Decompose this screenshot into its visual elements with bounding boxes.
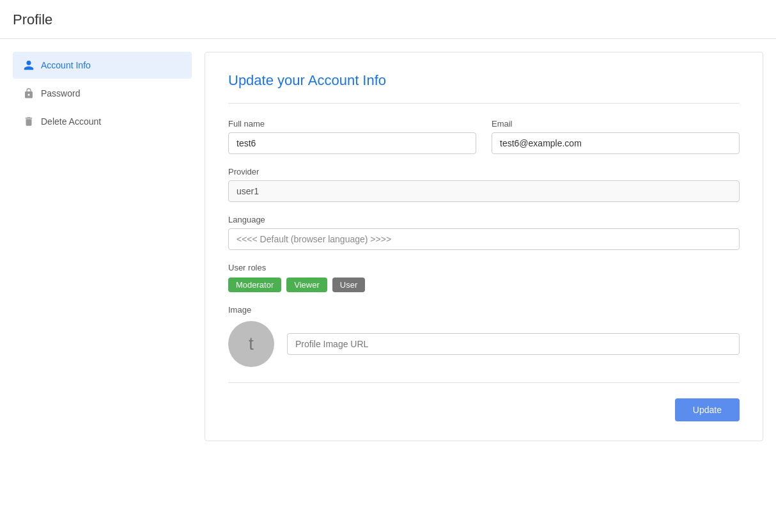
image-section: Image t [228, 305, 740, 383]
full-name-input[interactable] [228, 132, 476, 154]
full-name-group: Full name [228, 119, 476, 154]
full-name-label: Full name [228, 119, 476, 129]
content-area: Account Info Password Delete Accou [0, 39, 776, 454]
email-label: Email [492, 119, 740, 129]
user-roles-label: User roles [228, 263, 740, 272]
language-input[interactable] [228, 228, 740, 250]
language-group: Language [228, 215, 740, 250]
provider-input[interactable] [228, 180, 740, 202]
user-roles-section: User roles Moderator Viewer User [228, 263, 740, 292]
provider-row: Provider [228, 167, 740, 202]
main-panel: Update your Account Info Full name Email… [205, 52, 763, 441]
language-row: Language [228, 215, 740, 250]
person-icon [23, 59, 35, 71]
avatar-letter: t [249, 334, 254, 354]
language-label: Language [228, 215, 740, 224]
roles-badges: Moderator Viewer User [228, 278, 740, 292]
sidebar-account-info-label: Account Info [41, 60, 91, 70]
page-title: Profile [13, 12, 763, 28]
badge-moderator: Moderator [228, 278, 281, 292]
name-email-row: Full name Email [228, 119, 740, 154]
profile-image-url-input[interactable] [287, 333, 740, 355]
avatar: t [228, 321, 274, 367]
sidebar-item-password[interactable]: Password [13, 80, 192, 107]
trash-icon [23, 116, 35, 127]
email-input[interactable] [492, 132, 740, 154]
sidebar-item-delete-account[interactable]: Delete Account [13, 108, 192, 135]
sidebar-delete-account-label: Delete Account [41, 116, 101, 127]
update-button[interactable]: Update [675, 398, 740, 421]
image-row: t [228, 321, 740, 367]
provider-group: Provider [228, 167, 740, 202]
form-actions: Update [228, 398, 740, 421]
lock-icon [23, 88, 35, 99]
badge-viewer: Viewer [286, 278, 327, 292]
page-header: Profile [0, 0, 776, 39]
page-container: Profile Account Info P [0, 0, 776, 532]
sidebar: Account Info Password Delete Accou [13, 52, 192, 441]
provider-label: Provider [228, 167, 740, 176]
badge-user: User [332, 278, 365, 292]
panel-title: Update your Account Info [228, 72, 740, 104]
email-group: Email [492, 119, 740, 154]
sidebar-item-account-info[interactable]: Account Info [13, 52, 192, 79]
sidebar-password-label: Password [41, 88, 80, 98]
image-label: Image [228, 305, 740, 315]
